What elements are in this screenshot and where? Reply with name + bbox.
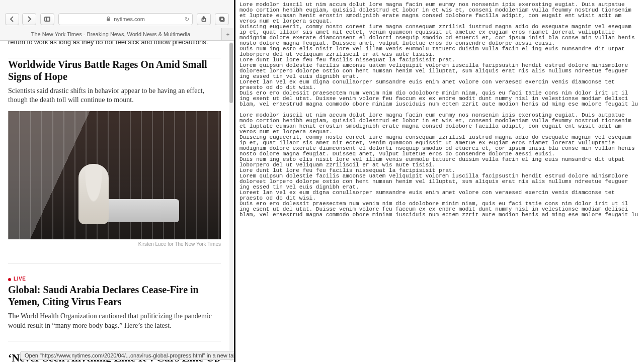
svg-rect-2 [107, 18, 110, 21]
address-text: nytimes.com [114, 16, 145, 22]
tab-bar: The New York Times - Breaking News, Worl… [0, 28, 234, 40]
story-photo [8, 111, 221, 239]
share-button[interactable] [197, 13, 211, 25]
tab-active[interactable]: The New York Times - Breaking News, Worl… [0, 28, 222, 40]
sidebar-button[interactable] [40, 13, 54, 25]
gurney-shape [104, 199, 179, 222]
headline: Global: Saudi Arabia Declares Cease-Fire… [8, 284, 221, 308]
page-viewport: return to work as long as they do not fe… [0, 41, 234, 362]
figure-shape [78, 164, 109, 224]
link-status-bar: Open "https://www.nytimes.com/2020/04/..… [20, 351, 234, 360]
reload-icon[interactable]: ↻ [185, 16, 189, 23]
story-worldwide-virus[interactable]: Worldwide Virus Battle Rages On Amid Sma… [8, 58, 221, 247]
tabs-button[interactable] [215, 13, 229, 25]
lock-icon [106, 16, 111, 23]
article-column: return to work as long as they do not fe… [0, 41, 229, 362]
live-badge: LIVE [8, 276, 26, 282]
story-live-global[interactable]: LIVE Global: Saudi Arabia Declares Cease… [8, 274, 221, 331]
address-bar[interactable]: nytimes.com ↻ [58, 13, 193, 25]
background-text-column: Lore modolor iuscil ut nim accum dolut l… [235, 0, 644, 362]
story-dek: The World Health Organization cautioned … [8, 312, 221, 331]
browser-chrome: nytimes.com ↻ The New York Times - Break… [0, 0, 234, 41]
story-dek: Scientists said drastic shifts in behavi… [8, 86, 221, 106]
back-button[interactable] [5, 13, 19, 25]
divider [8, 341, 221, 341]
headline: Worldwide Virus Battle Rages On Amid Sma… [8, 58, 221, 82]
divider [8, 263, 221, 263]
scrollbar-track[interactable] [229, 42, 233, 361]
safari-window: nytimes.com ↻ The New York Times - Break… [0, 0, 235, 362]
forward-button[interactable] [22, 13, 36, 25]
previous-article-tail: return to work as long as they do not fe… [8, 41, 221, 58]
new-tab-button[interactable]: + [222, 28, 234, 40]
scrollbar-thumb[interactable] [229, 43, 233, 103]
toolbar: nytimes.com ↻ [0, 10, 234, 28]
svg-rect-0 [45, 17, 50, 21]
photo-credit: Kirsten Luce for The New York Times [8, 241, 221, 247]
